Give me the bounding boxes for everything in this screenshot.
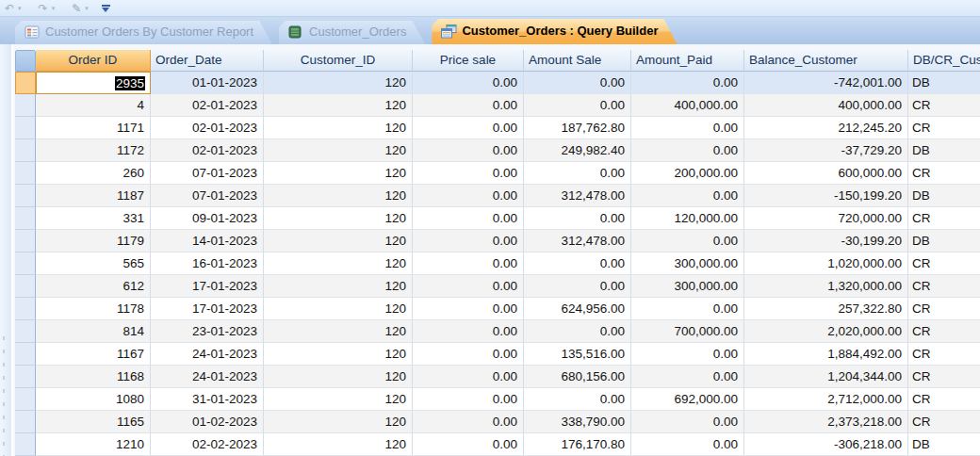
- cell-amount-paid[interactable]: 0.00: [631, 433, 744, 456]
- cell-db-cr-customer[interactable]: CR: [908, 320, 980, 343]
- cell-balance-customer[interactable]: -30,199.20: [744, 230, 908, 252]
- cell-amount-paid[interactable]: 0.00: [631, 185, 744, 207]
- cell-db-cr-customer[interactable]: CR: [908, 275, 980, 298]
- cell-order-id[interactable]: 1165: [36, 411, 151, 433]
- cell-amount-paid[interactable]: 0.00: [631, 343, 744, 366]
- row-selector[interactable]: [15, 230, 36, 252]
- cell-customer-id[interactable]: 120: [264, 366, 413, 388]
- cell-order-date[interactable]: 09-01-2023: [151, 207, 264, 230]
- cell-db-cr-customer[interactable]: DB: [908, 433, 980, 456]
- cell-customer-id[interactable]: 120: [264, 207, 413, 230]
- redo-dropdown-icon[interactable]: ▾: [52, 5, 59, 12]
- cell-db-cr-customer[interactable]: CR: [908, 411, 980, 433]
- cell-amount-paid[interactable]: 200,000.00: [631, 162, 744, 185]
- cell-customer-id[interactable]: 120: [264, 433, 413, 456]
- cell-balance-customer[interactable]: 2,020,000.00: [744, 320, 908, 343]
- row-selector[interactable]: [15, 411, 36, 433]
- pen-dropdown-icon[interactable]: ▾: [85, 5, 92, 12]
- row-selector[interactable]: [15, 343, 36, 366]
- cell-db-cr-customer[interactable]: CR: [908, 366, 980, 388]
- cell-balance-customer[interactable]: 1,020,000.00: [744, 252, 908, 275]
- cell-amount-paid[interactable]: 692,000.00: [631, 388, 744, 411]
- cell-amount-sale[interactable]: 312,478.00: [524, 185, 631, 207]
- cell-order-id[interactable]: 1171: [36, 117, 151, 139]
- cell-balance-customer[interactable]: 600,000.00: [744, 162, 908, 185]
- cell-db-cr-customer[interactable]: CR: [908, 94, 980, 117]
- cell-db-cr-customer[interactable]: CR: [908, 388, 980, 411]
- column-header-customer-id[interactable]: Customer_ID: [264, 50, 413, 72]
- row-selector[interactable]: [15, 433, 36, 456]
- cell-amount-sale[interactable]: 176,170.80: [524, 433, 631, 456]
- cell-customer-id[interactable]: 120: [264, 139, 413, 162]
- cell-customer-id[interactable]: 120: [264, 117, 413, 139]
- cell-amount-paid[interactable]: 0.00: [631, 230, 744, 252]
- column-header-amount-sale[interactable]: Amount Sale: [524, 50, 631, 72]
- cell-db-cr-customer[interactable]: DB: [908, 72, 980, 94]
- cell-customer-id[interactable]: 120: [264, 230, 413, 252]
- cell-balance-customer[interactable]: 1,320,000.00: [744, 275, 908, 298]
- cell-amount-paid[interactable]: 300,000.00: [631, 275, 744, 298]
- cell-order-id[interactable]: 1210: [36, 433, 151, 456]
- cell-order-date[interactable]: 02-02-2023: [151, 433, 264, 456]
- column-header-price-sale[interactable]: Price sale: [413, 50, 524, 72]
- cell-price-sale[interactable]: 0.00: [413, 207, 524, 230]
- cell-order-date[interactable]: 01-02-2023: [151, 411, 264, 433]
- cell-db-cr-customer[interactable]: CR: [908, 117, 980, 139]
- cell-order-date[interactable]: 31-01-2023: [151, 388, 264, 411]
- cell-balance-customer[interactable]: 257,322.80: [744, 298, 908, 320]
- undo-icon[interactable]: ↶: [3, 2, 16, 15]
- cell-customer-id[interactable]: 120: [264, 162, 413, 185]
- cell-balance-customer[interactable]: 2,373,218.00: [744, 411, 908, 433]
- cell-amount-paid[interactable]: 700,000.00: [631, 320, 744, 343]
- cell-order-date[interactable]: 24-01-2023: [151, 366, 264, 388]
- undo-dropdown-icon[interactable]: ▾: [18, 5, 25, 12]
- column-header-balance-customer[interactable]: Balance_Customer: [744, 50, 908, 72]
- cell-customer-id[interactable]: 120: [264, 275, 413, 298]
- cell-order-date[interactable]: 24-01-2023: [151, 343, 264, 366]
- cell-amount-paid[interactable]: 0.00: [631, 366, 744, 388]
- cell-price-sale[interactable]: 0.00: [413, 230, 524, 252]
- cell-price-sale[interactable]: 0.00: [413, 185, 524, 207]
- cell-order-id[interactable]: 4: [36, 94, 151, 117]
- row-selector[interactable]: [15, 162, 36, 185]
- cell-amount-sale[interactable]: 0.00: [524, 162, 631, 185]
- cell-amount-sale[interactable]: 624,956.00: [524, 298, 631, 320]
- cell-price-sale[interactable]: 0.00: [413, 433, 524, 456]
- column-header-order-id[interactable]: Order ID: [36, 50, 151, 72]
- cell-customer-id[interactable]: 120: [264, 72, 413, 94]
- cell-customer-id[interactable]: 120: [264, 320, 413, 343]
- row-selector[interactable]: [15, 252, 36, 275]
- cell-price-sale[interactable]: 0.00: [413, 72, 524, 94]
- cell-balance-customer[interactable]: 1,204,344.00: [744, 366, 908, 388]
- cell-amount-sale[interactable]: 312,478.00: [524, 230, 631, 252]
- cell-price-sale[interactable]: 0.00: [413, 252, 524, 275]
- cell-amount-sale[interactable]: 249,982.40: [524, 139, 631, 162]
- tab-customer-orders-by-customer-report[interactable]: Customer Orders By Customer Report: [15, 21, 272, 44]
- cell-customer-id[interactable]: 120: [264, 388, 413, 411]
- cell-amount-sale[interactable]: 0.00: [524, 252, 631, 275]
- cell-amount-paid[interactable]: 0.00: [631, 139, 744, 162]
- cell-amount-paid[interactable]: 0.00: [631, 72, 744, 94]
- cell-balance-customer[interactable]: -306,218.00: [744, 433, 908, 456]
- cell-order-id[interactable]: 1179: [36, 230, 151, 252]
- cell-order-id[interactable]: 1080: [36, 388, 151, 411]
- tab-customer-orders[interactable]: Customer_Orders: [279, 21, 425, 44]
- cell-amount-paid[interactable]: 300,000.00: [631, 252, 744, 275]
- cell-order-id[interactable]: 2935: [36, 72, 151, 94]
- row-selector[interactable]: [15, 388, 36, 411]
- cell-price-sale[interactable]: 0.00: [413, 275, 524, 298]
- cell-price-sale[interactable]: 0.00: [413, 366, 524, 388]
- cell-amount-paid[interactable]: 120,000.00: [631, 207, 744, 230]
- cell-balance-customer[interactable]: -742,001.00: [744, 72, 908, 94]
- cell-balance-customer[interactable]: -150,199.20: [744, 185, 908, 207]
- row-selector[interactable]: [15, 275, 36, 298]
- row-selector[interactable]: [15, 207, 36, 230]
- cell-order-id[interactable]: 260: [36, 162, 151, 185]
- cell-order-date[interactable]: 16-01-2023: [151, 252, 264, 275]
- cell-amount-sale[interactable]: 338,790.00: [524, 411, 631, 433]
- cell-price-sale[interactable]: 0.00: [413, 94, 524, 117]
- cell-balance-customer[interactable]: -37,729.20: [744, 139, 908, 162]
- navigation-pane-collapsed-strip[interactable]: [0, 44, 13, 456]
- column-header-db-cr-customer[interactable]: DB/CR_Customer: [908, 50, 980, 72]
- pen-icon[interactable]: ✎: [70, 2, 83, 15]
